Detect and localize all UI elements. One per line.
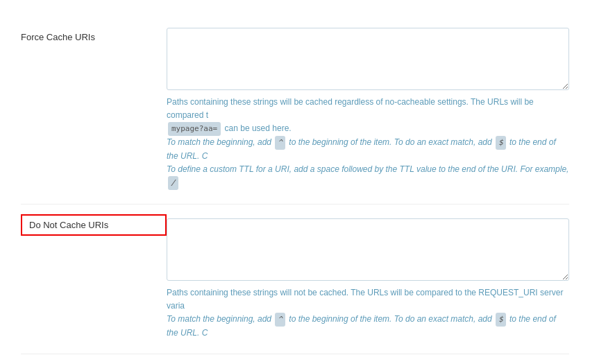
- do-not-dollar-badge: $: [496, 313, 506, 327]
- force-cache-uris-description: Paths containing these strings will be c…: [167, 96, 569, 190]
- do-not-cache-uris-row: Do Not Cache URIs Paths containing these…: [21, 205, 569, 354]
- do-not-cache-uris-description: Paths containing these strings will not …: [167, 286, 569, 340]
- settings-page: Force Cache URIs Paths containing these …: [0, 0, 590, 364]
- slash-badge: /: [168, 176, 178, 190]
- do-not-cache-query-strings-row: Do Not Cache Query Strings: [21, 354, 569, 364]
- do-not-cache-desc-line1: Paths containing these strings will not …: [167, 288, 563, 311]
- force-cache-example-badge: mypage?aa=: [168, 122, 221, 136]
- caret-badge: ^: [275, 136, 285, 150]
- do-not-cache-uris-textarea[interactable]: [167, 218, 569, 281]
- force-cache-uris-row: Force Cache URIs Paths containing these …: [21, 14, 569, 205]
- force-cache-desc-beginning: To match the beginning, add ^ to the beg…: [167, 137, 556, 161]
- do-not-cache-desc-beginning: To match the beginning, add ^ to the beg…: [167, 314, 556, 338]
- do-not-cache-uris-label: Do Not Cache URIs: [21, 214, 167, 236]
- force-cache-desc-ttl: To define a custom TTL for a URI, add a …: [167, 164, 568, 187]
- do-not-caret-badge: ^: [275, 313, 285, 327]
- force-cache-uris-content: Paths containing these strings will be c…: [167, 28, 569, 190]
- do-not-cache-uris-content: Paths containing these strings will not …: [167, 218, 569, 340]
- force-cache-uris-label: Force Cache URIs: [21, 28, 167, 42]
- force-cache-desc-can-be-used: can be used here.: [225, 123, 292, 133]
- force-cache-uris-textarea[interactable]: [167, 28, 569, 90]
- dollar-badge: $: [496, 136, 506, 150]
- force-cache-desc-line1: Paths containing these strings will be c…: [167, 97, 534, 120]
